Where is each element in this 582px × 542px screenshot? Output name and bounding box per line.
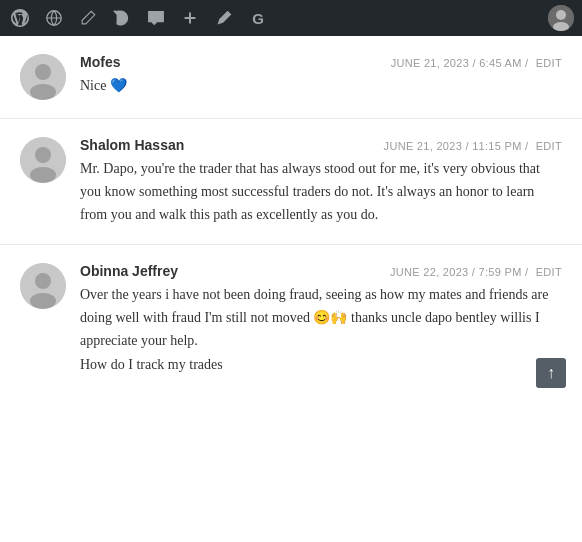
svg-point-8	[35, 64, 51, 80]
comment-icon[interactable]	[144, 6, 168, 30]
avatar	[20, 137, 66, 183]
wordpress-icon[interactable]	[8, 6, 32, 30]
edit-link[interactable]: EDIT	[536, 57, 562, 69]
admin-bar: G	[0, 0, 582, 36]
comment-body: Shalom Hassan JUNE 21, 2023 / 11:15 PM /…	[80, 137, 562, 226]
svg-point-5	[556, 10, 566, 20]
comment-author: Shalom Hassan	[80, 137, 184, 153]
comment-meta: Obinna Jeffrey JUNE 22, 2023 / 7:59 PM /…	[80, 263, 562, 279]
comments-section: Mofes JUNE 21, 2023 / 6:45 AM / EDIT Nic…	[0, 36, 582, 404]
comment-meta: Mofes JUNE 21, 2023 / 6:45 AM / EDIT	[80, 54, 562, 70]
comment-item: Shalom Hassan JUNE 21, 2023 / 11:15 PM /…	[0, 119, 582, 245]
globe-icon[interactable]	[42, 6, 66, 30]
comment-body: Obinna Jeffrey JUNE 22, 2023 / 7:59 PM /…	[80, 263, 562, 375]
comment-author: Obinna Jeffrey	[80, 263, 178, 279]
comment-author: Mofes	[80, 54, 120, 70]
edit-icon[interactable]	[212, 6, 236, 30]
svg-point-11	[35, 147, 51, 163]
avatar	[20, 263, 66, 309]
comment-text: Mr. Dapo, you're the trader that has alw…	[80, 157, 562, 226]
comments-list: Mofes JUNE 21, 2023 / 6:45 AM / EDIT Nic…	[0, 36, 582, 404]
scroll-top-button[interactable]: ↑	[536, 358, 566, 388]
svg-point-15	[30, 293, 56, 309]
google-icon[interactable]: G	[246, 6, 270, 30]
comment-text: Nice 💙	[80, 74, 562, 97]
avatar	[20, 54, 66, 100]
comment-date: JUNE 22, 2023 / 7:59 PM / EDIT	[390, 266, 562, 278]
comment-meta: Shalom Hassan JUNE 21, 2023 / 11:15 PM /…	[80, 137, 562, 153]
comment-date: JUNE 21, 2023 / 11:15 PM / EDIT	[384, 140, 562, 152]
comment-text: Over the years i have not been doing fra…	[80, 283, 562, 375]
svg-point-9	[30, 84, 56, 100]
comment-item: Obinna Jeffrey JUNE 22, 2023 / 7:59 PM /…	[0, 245, 582, 393]
edit-link[interactable]: EDIT	[536, 140, 562, 152]
comment-body: Mofes JUNE 21, 2023 / 6:45 AM / EDIT Nic…	[80, 54, 562, 100]
user-avatar[interactable]	[548, 5, 574, 31]
pencil-icon[interactable]	[76, 6, 100, 30]
thanks-text: thanks	[351, 310, 388, 325]
comment-item: Mofes JUNE 21, 2023 / 6:45 AM / EDIT Nic…	[0, 36, 582, 119]
plus-icon[interactable]	[178, 6, 202, 30]
svg-point-14	[35, 273, 51, 289]
edit-link[interactable]: EDIT	[536, 266, 562, 278]
refresh-icon[interactable]	[110, 6, 134, 30]
svg-point-12	[30, 167, 56, 183]
comment-date: JUNE 21, 2023 / 6:45 AM / EDIT	[391, 57, 562, 69]
